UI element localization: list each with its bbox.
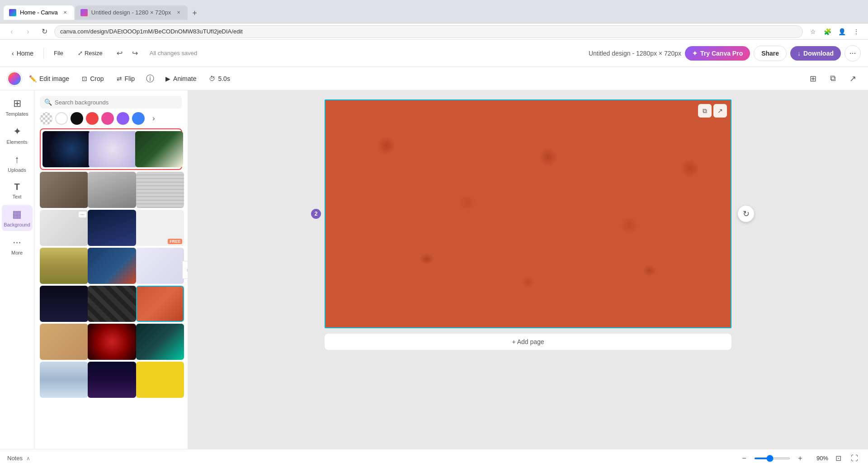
grid-item-3[interactable] bbox=[135, 131, 184, 167]
grid-item-12[interactable] bbox=[136, 248, 184, 284]
color-swatch-toolbar[interactable] bbox=[7, 71, 22, 86]
grid-item-2[interactable] bbox=[89, 131, 137, 167]
file-label: File bbox=[54, 50, 63, 57]
grid-item-21[interactable] bbox=[136, 362, 184, 398]
grid-item-17[interactable] bbox=[88, 324, 136, 360]
design-title: Untitled design - 1280px × 720px bbox=[589, 50, 681, 57]
export-icon[interactable]: ↗ bbox=[844, 71, 861, 87]
add-page-button[interactable]: + Add page bbox=[325, 334, 731, 350]
image-grid-top bbox=[42, 131, 179, 167]
edit-image-button[interactable]: ✏️ Edit image bbox=[24, 72, 75, 85]
zoom-in-icon[interactable]: + bbox=[794, 452, 807, 465]
resize-button[interactable]: ⤢ Resize bbox=[73, 47, 107, 59]
grid-item-6[interactable] bbox=[136, 172, 184, 208]
sidebar-item-background[interactable]: ▦ Background bbox=[2, 205, 33, 231]
try-pro-button[interactable]: ✦ Try Canva Pro bbox=[685, 46, 750, 61]
download-button[interactable]: ↓ Download bbox=[790, 46, 841, 61]
tab-close-home[interactable]: ✕ bbox=[61, 9, 69, 16]
grid-item-14[interactable] bbox=[88, 286, 136, 322]
swatch-transparent[interactable] bbox=[40, 112, 52, 125]
crop-button[interactable]: ⊡ Crop bbox=[76, 72, 109, 85]
share-label: Share bbox=[761, 50, 779, 57]
more-options-button[interactable]: ··· bbox=[844, 45, 861, 61]
nav-back-button[interactable]: ‹ bbox=[5, 25, 18, 38]
edit-image-label: Edit image bbox=[39, 75, 69, 82]
redo-button[interactable]: ↪ bbox=[128, 46, 142, 61]
swatch-red[interactable] bbox=[86, 112, 99, 125]
grid-item-13[interactable] bbox=[40, 286, 88, 322]
grid-item-15-selected[interactable] bbox=[136, 286, 184, 322]
file-button[interactable]: File bbox=[49, 47, 68, 59]
main-area: ⊞ Templates ✦ Elements ↑ Uploads T Text … bbox=[0, 90, 868, 449]
bottom-right: − + 90% ⊡ ⛶ bbox=[738, 452, 861, 465]
sidebar-item-text[interactable]: T Text bbox=[2, 178, 33, 203]
info-button[interactable]: ⓘ bbox=[142, 71, 158, 87]
address-text: canva.com/design/DAEtOOOp1mM/BeCODnOMW83… bbox=[60, 28, 243, 35]
sidebar-item-templates[interactable]: ⊞ Templates bbox=[2, 94, 33, 120]
search-input[interactable] bbox=[55, 99, 178, 106]
flip-label: Flip bbox=[125, 75, 135, 82]
notes-label[interactable]: Notes bbox=[7, 455, 23, 462]
sidebar-item-elements[interactable]: ✦ Elements bbox=[2, 122, 33, 148]
fit-page-icon[interactable]: ⊡ bbox=[832, 452, 844, 465]
flip-button[interactable]: ⇄ Flip bbox=[111, 72, 141, 85]
copy-style-icon[interactable]: ⧉ bbox=[825, 71, 841, 87]
sidebar-label-elements: Elements bbox=[7, 139, 28, 145]
swatch-purple[interactable] bbox=[117, 112, 129, 125]
share-button[interactable]: Share bbox=[754, 46, 787, 61]
browser-menu-icon[interactable]: ⋮ bbox=[850, 25, 863, 38]
panel-search: 🔍 bbox=[34, 90, 188, 112]
background-panel: 🔍 › bbox=[34, 90, 188, 449]
autosave-status: All changes saved bbox=[150, 50, 198, 57]
swatch-white[interactable] bbox=[55, 112, 68, 125]
browser-icons: ☆ 🧩 👤 ⋮ bbox=[807, 25, 863, 38]
nav-refresh-button[interactable]: ↻ bbox=[38, 25, 51, 38]
tab-close-untitled[interactable]: ✕ bbox=[175, 9, 182, 16]
tab-home[interactable]: Home - Canva ✕ bbox=[4, 5, 74, 20]
search-box[interactable]: 🔍 bbox=[40, 96, 182, 108]
uploads-icon: ↑ bbox=[14, 154, 19, 165]
tab-untitled[interactable]: Untitled design - 1280 × 720px ✕ bbox=[75, 5, 188, 20]
nav-forward-button[interactable]: › bbox=[22, 25, 34, 38]
bookmark-icon[interactable]: ☆ bbox=[807, 25, 819, 38]
grid-item-7[interactable]: ··· bbox=[40, 210, 88, 246]
swatch-blue[interactable] bbox=[132, 112, 145, 125]
canvas-export-button[interactable]: ↗ bbox=[713, 104, 727, 118]
zoom-slider[interactable] bbox=[754, 458, 790, 459]
duration-badge[interactable]: ⏱ 5.0s bbox=[203, 72, 235, 85]
swatch-more-button[interactable]: › bbox=[147, 112, 160, 125]
profile-icon[interactable]: 👤 bbox=[835, 25, 848, 38]
grid-item-16[interactable] bbox=[40, 324, 88, 360]
duration-value: 5.0s bbox=[218, 75, 230, 82]
sidebar-item-more[interactable]: ··· More bbox=[2, 233, 33, 259]
grid-item-8[interactable] bbox=[88, 210, 136, 246]
grid-item-20[interactable] bbox=[88, 362, 136, 398]
grid-item-10[interactable] bbox=[40, 248, 88, 284]
grid-view-icon[interactable]: ⊞ bbox=[805, 71, 821, 87]
undo-button[interactable]: ↩ bbox=[113, 46, 127, 61]
grid-item-1[interactable] bbox=[42, 131, 91, 167]
grid-item-4[interactable] bbox=[40, 172, 88, 208]
swatch-pink[interactable] bbox=[101, 112, 114, 125]
fullscreen-icon[interactable]: ⛶ bbox=[848, 452, 861, 465]
grid-item-19[interactable] bbox=[40, 362, 88, 398]
address-input[interactable]: canva.com/design/DAEtOOOp1mM/BeCODnOMW83… bbox=[54, 25, 803, 38]
home-button[interactable]: ‹ Home bbox=[7, 47, 38, 60]
panel-collapse-button[interactable]: › bbox=[182, 261, 188, 279]
grid-item-18[interactable] bbox=[136, 324, 184, 360]
animate-button[interactable]: ▶ Animate bbox=[160, 72, 202, 85]
zoom-level: 90% bbox=[810, 455, 828, 462]
new-tab-button[interactable]: + bbox=[189, 7, 201, 20]
canvas-actions: ⧉ ↗ bbox=[698, 104, 727, 118]
grid-item-9[interactable]: FREE bbox=[136, 210, 184, 246]
canvas-refresh-button[interactable]: ↻ bbox=[738, 206, 754, 222]
grid-item-11[interactable] bbox=[88, 248, 136, 284]
canvas[interactable]: ⧉ ↗ bbox=[325, 99, 731, 328]
grid-item-5[interactable] bbox=[88, 172, 136, 208]
sidebar-item-uploads[interactable]: ↑ Uploads bbox=[2, 150, 33, 176]
swatch-black[interactable] bbox=[71, 112, 83, 125]
zoom-out-icon[interactable]: − bbox=[738, 452, 750, 465]
tab-bar: Home - Canva ✕ Untitled design - 1280 × … bbox=[4, 4, 864, 20]
canvas-copy-button[interactable]: ⧉ bbox=[698, 104, 712, 118]
extensions-icon[interactable]: 🧩 bbox=[821, 25, 834, 38]
